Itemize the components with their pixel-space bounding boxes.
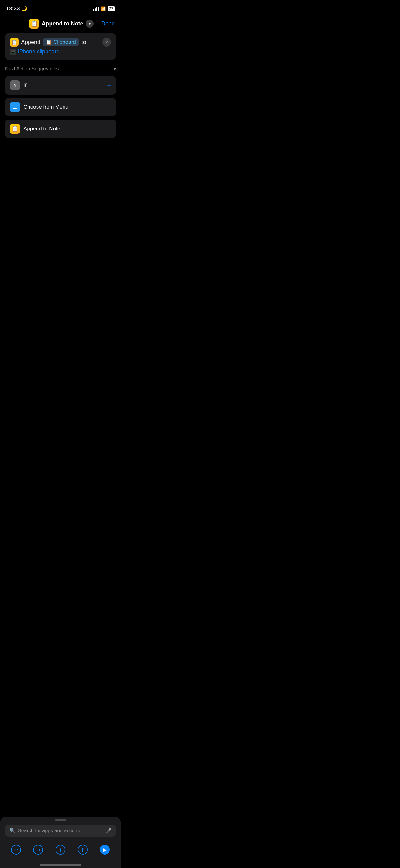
svg-rect-1 (13, 107, 17, 107)
close-button[interactable]: × (102, 38, 111, 46)
svg-rect-0 (13, 105, 17, 106)
status-bar: 18:33 🌙 📶 77 (0, 0, 121, 16)
status-time: 18:33 🌙 (6, 6, 27, 12)
svg-rect-2 (13, 108, 17, 108)
suggestion-left-menu: Choose from Menu (10, 102, 69, 112)
suggestions-chevron-icon[interactable]: ▾ (114, 66, 116, 71)
time-display: 18:33 (6, 6, 20, 12)
iphone-icon: 📱 (10, 49, 16, 55)
add-if-button[interactable]: + (107, 82, 111, 89)
wifi-icon: 📶 (100, 6, 106, 11)
suggestion-label-if: If (24, 82, 26, 89)
battery-icon: 77 (108, 6, 115, 11)
suggestion-label-menu: Choose from Menu (24, 104, 69, 110)
action-preposition: to (81, 39, 86, 45)
action-destination[interactable]: 📱 iPhone clipboard (10, 49, 60, 55)
nav-title: 📋 Append to Note ▾ (29, 19, 94, 29)
suggestions-header: Next Action Suggestions ▾ (5, 66, 116, 72)
dropdown-button[interactable]: ▾ (86, 20, 94, 28)
action-verb: Append (21, 39, 40, 45)
action-card: 📋 Append 📋 Clipboard to 📱 iPhone clipboa… (5, 33, 116, 60)
destination-label: iPhone clipboard (18, 49, 60, 55)
suggestion-item-if[interactable]: Y If + (5, 76, 116, 95)
battery-level: 77 (109, 6, 113, 11)
suggestion-label-append: Append to Note (24, 126, 60, 132)
chevron-down-icon: ▾ (89, 22, 91, 26)
if-icon: Y (10, 81, 20, 90)
signal-bars-icon (93, 6, 99, 11)
suggestion-left: Y If (10, 81, 26, 90)
page-title: Append to Note (41, 21, 83, 27)
status-icons: 📶 77 (93, 6, 115, 11)
add-append-button[interactable]: + (107, 125, 111, 132)
suggestions-title: Next Action Suggestions (5, 66, 59, 72)
nav-header: 📋 Append to Note ▾ Done (0, 16, 121, 33)
suggestion-item-menu[interactable]: Choose from Menu + (5, 98, 116, 116)
done-button[interactable]: Done (101, 21, 115, 27)
param-label: Clipboard (53, 39, 76, 45)
clipboard-icon: 📋 (46, 39, 52, 45)
moon-icon: 🌙 (22, 6, 27, 11)
suggestion-left-append: 📋 Append to Note (10, 124, 60, 134)
suggestions-section: Next Action Suggestions ▾ Y If + (5, 66, 116, 138)
action-app-icon: 📋 (10, 38, 19, 46)
action-param-clipboard[interactable]: 📋 Clipboard (43, 38, 79, 46)
note-icon: 📋 (10, 124, 20, 134)
app-icon: 📋 (29, 19, 39, 29)
close-icon: × (105, 40, 108, 45)
suggestion-item-append[interactable]: 📋 Append to Note + (5, 120, 116, 138)
add-menu-button[interactable]: + (107, 104, 111, 111)
menu-icon (10, 102, 20, 112)
